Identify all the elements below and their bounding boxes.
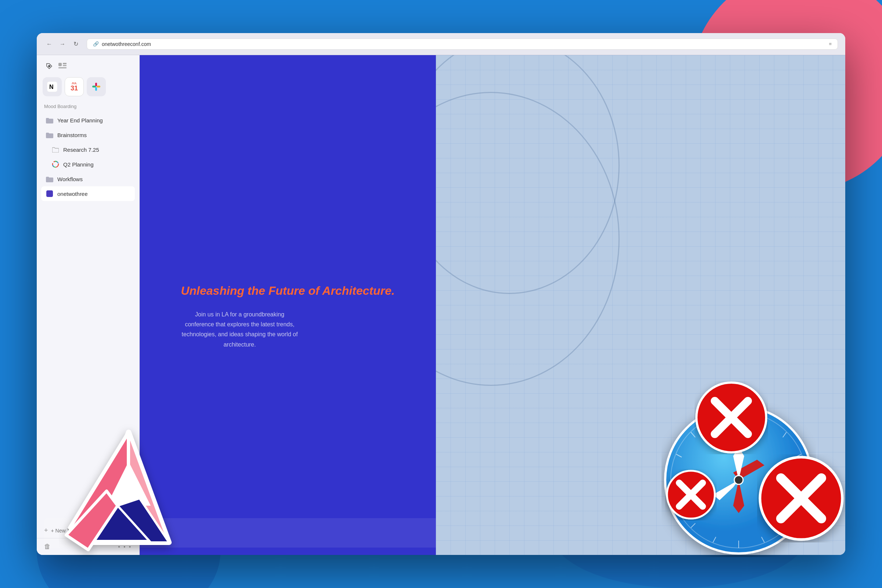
sidebar-header [37,55,139,74]
nav-label-brainstorms: Brainstorms [57,132,87,138]
svg-text:N: N [49,84,54,90]
sidebar-top-icons [44,61,68,71]
svg-rect-9 [92,86,96,87]
nav-item-q2[interactable]: Q2 Planning [41,157,135,172]
folder-icon-research [51,146,60,154]
arctype-logo-sticker [59,403,198,559]
slack-tab[interactable] [87,77,106,96]
nav-item-research[interactable]: Research 7.25 [41,142,135,157]
cycle-icon-q2 [51,160,60,168]
svg-point-0 [48,65,50,67]
calendar-day: 31 [70,85,78,92]
error-badge-2 [757,454,845,544]
svg-rect-8 [95,87,97,91]
error-badge-1 [694,381,768,456]
active-tab-indicator [46,190,54,198]
app-tabs: N JUL 31 [37,74,139,101]
nav-label-onetwothree: onetwothree [57,191,88,197]
sidebar-logo-button[interactable] [44,61,54,71]
nav-label-year-end: Year End Planning [57,117,103,123]
nav-item-workflows[interactable]: Workflows [41,172,135,186]
website-body: Join us in LA for a groundbreaking confe… [181,309,298,350]
svg-rect-10 [97,86,100,87]
folder-icon-brainstorms [46,131,54,139]
error-badge-3 [665,469,717,522]
layout-toggle-button[interactable] [57,61,68,71]
nav-label-research: Research 7.25 [63,147,99,153]
nav-label-workflows: Workflows [57,176,82,182]
svg-rect-2 [63,63,66,64]
svg-rect-3 [63,65,66,66]
website-headline: Unleashing the Future of Architecture. [181,283,395,299]
folder-icon-year-end [46,116,54,124]
nav-item-onetwothree[interactable]: onetwothree [41,186,135,201]
folder-icon-workflows [46,175,54,183]
svg-rect-1 [58,63,62,66]
svg-point-36 [734,476,743,484]
nav-label-q2: Q2 Planning [63,161,94,168]
nav-item-year-end[interactable]: Year End Planning [41,113,135,128]
notion-tab[interactable]: N [43,77,62,96]
section-label: Mood Boarding [37,101,139,111]
nav-item-brainstorms[interactable]: Brainstorms [41,128,135,142]
calendar-tab[interactable]: JUL 31 [64,77,84,96]
svg-rect-4 [58,67,66,68]
